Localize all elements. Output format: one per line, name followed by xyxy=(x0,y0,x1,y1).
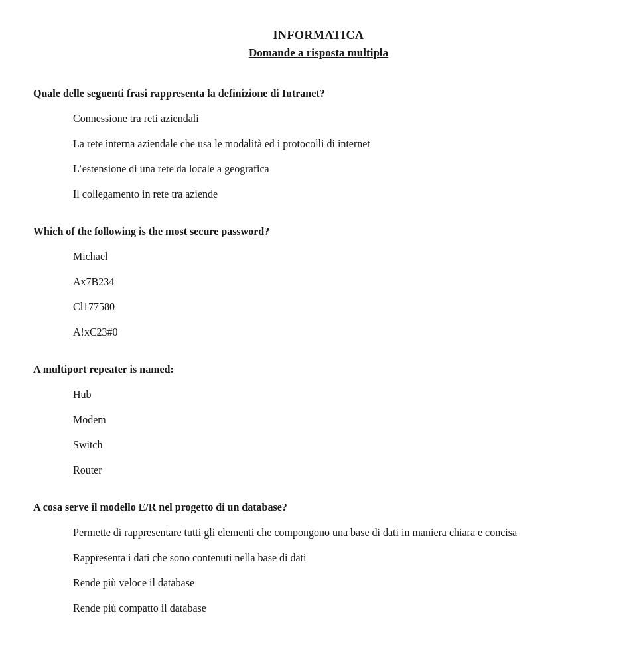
page-title: INFORMATICA xyxy=(33,27,604,44)
question-text-q2: Which of the following is the most secur… xyxy=(33,224,604,239)
answer-option-q1-2: L’estensione di una rete da locale a geo… xyxy=(73,161,604,177)
page-header: INFORMATICA Domande a risposta multipla xyxy=(33,27,604,62)
answer-option-q3-2: Switch xyxy=(73,437,604,453)
answer-option-q2-2: Cl177580 xyxy=(73,299,604,315)
answer-option-q1-3: Il collegamento in rete tra aziende xyxy=(73,186,604,202)
question-text-q4: A cosa serve il modello E/R nel progetto… xyxy=(33,500,604,515)
answer-option-q1-0: Connessione tra reti aziendali xyxy=(73,111,604,127)
answer-option-q3-1: Modem xyxy=(73,412,604,428)
answer-option-q2-3: A!xC23#0 xyxy=(73,324,604,340)
answer-option-q3-0: Hub xyxy=(73,387,604,403)
answer-option-q4-1: Rappresenta i dati che sono contenuti ne… xyxy=(73,550,604,566)
answer-option-q1-1: La rete interna aziendale che usa le mod… xyxy=(73,136,604,152)
answer-option-q4-3: Rende più compatto il database xyxy=(73,600,604,616)
answer-option-q4-0: Permette di rappresentare tutti gli elem… xyxy=(73,525,604,541)
question-block-q3: A multiport repeater is named:HubModemSw… xyxy=(33,362,604,478)
question-block-q4: A cosa serve il modello E/R nel progetto… xyxy=(33,500,604,616)
answer-option-q3-3: Router xyxy=(73,462,604,478)
question-text-q1: Quale delle seguenti frasi rappresenta l… xyxy=(33,86,604,101)
question-text-q3: A multiport repeater is named: xyxy=(33,362,604,377)
answer-option-q2-0: Michael xyxy=(73,249,604,265)
question-block-q1: Quale delle seguenti frasi rappresenta l… xyxy=(33,86,604,202)
answer-option-q2-1: Ax7B234 xyxy=(73,274,604,290)
page-subtitle: Domande a risposta multipla xyxy=(33,44,604,62)
questions-container: Quale delle seguenti frasi rappresenta l… xyxy=(33,86,604,616)
answer-option-q4-2: Rende più veloce il database xyxy=(73,575,604,591)
question-block-q2: Which of the following is the most secur… xyxy=(33,224,604,340)
